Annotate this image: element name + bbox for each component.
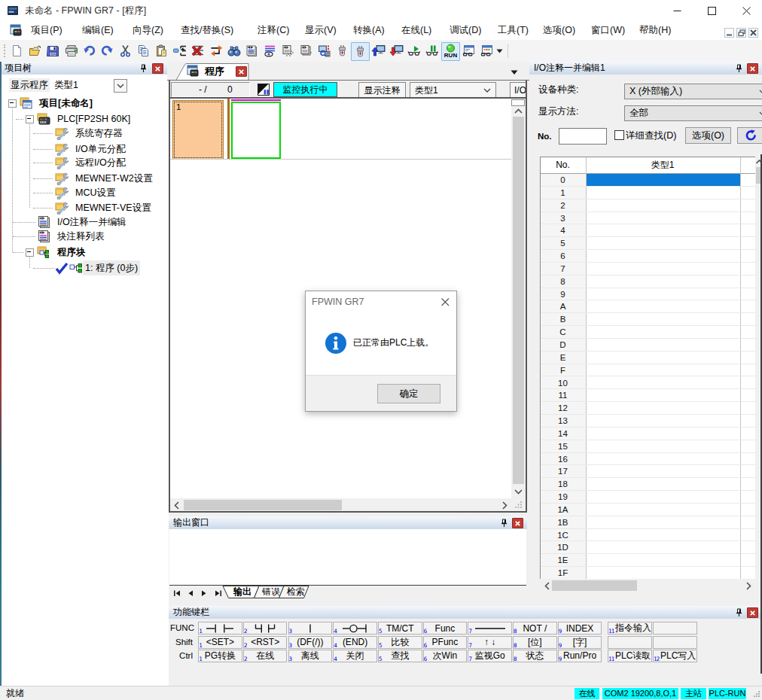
row-comment-cell[interactable] xyxy=(586,415,739,427)
ladder-hscrollbar[interactable] xyxy=(170,498,511,511)
tree-item-plc[interactable]: PLC[FP2SH 60K] xyxy=(0,111,167,126)
ladder-vscroll-thumb[interactable] xyxy=(513,117,524,484)
collapse-icon[interactable] xyxy=(8,99,17,108)
menu-project[interactable]: 项目(P) xyxy=(31,21,62,40)
table-row[interactable]: 18 xyxy=(541,478,755,491)
row-comment-cell[interactable] xyxy=(586,491,739,503)
row-comment-cell[interactable] xyxy=(586,529,739,541)
row-comment-cell[interactable] xyxy=(586,478,739,490)
row-comment-cell[interactable] xyxy=(586,516,739,528)
tree-item-label[interactable]: 程序块 xyxy=(57,245,86,260)
table-row[interactable]: 1 xyxy=(541,187,755,199)
row-comment-cell[interactable] xyxy=(586,567,739,579)
table-row[interactable]: E xyxy=(541,352,755,364)
cut-button[interactable] xyxy=(117,42,134,59)
tree-item-mewnet-ve[interactable]: MEWNET-VE设置 xyxy=(0,200,167,215)
table-row[interactable]: 7 xyxy=(541,263,755,275)
row-comment-cell[interactable] xyxy=(586,237,739,249)
tree-item-remote-io-alloc[interactable]: 远程I/O分配 xyxy=(0,155,167,170)
fkey-func-f12-empty[interactable] xyxy=(653,622,697,635)
toolbar-more-dropdown[interactable] xyxy=(494,42,504,59)
run-mode-button[interactable]: RUN xyxy=(441,42,460,61)
tree-filter-dropdown[interactable] xyxy=(114,79,127,93)
table-row[interactable]: 17 xyxy=(541,465,755,478)
table-row[interactable]: 1E xyxy=(541,554,755,567)
row-comment-cell[interactable] xyxy=(586,453,739,465)
tree-item-mewnet-w2[interactable]: MEWNET-W2设置 xyxy=(0,171,167,186)
refresh-button[interactable] xyxy=(737,127,762,144)
device-monitor-settings-button[interactable] xyxy=(315,42,333,59)
io-table-hscrollbar[interactable] xyxy=(540,579,756,592)
options-button[interactable]: 选项(O) xyxy=(685,127,731,144)
row-comment-cell[interactable] xyxy=(586,339,739,351)
row-comment-cell[interactable] xyxy=(586,326,739,338)
print-button[interactable] xyxy=(62,42,80,59)
tree-item-io-comment[interactable]: I/O注释一并编辑 xyxy=(0,215,167,230)
table-row[interactable]: 10 xyxy=(541,377,755,390)
fkey-shift-empty2[interactable] xyxy=(653,636,697,649)
insert-line-button[interactable] xyxy=(171,42,188,59)
window-close-button[interactable] xyxy=(735,0,757,21)
table-row[interactable]: 2 xyxy=(541,199,755,212)
table-row[interactable]: 11 xyxy=(541,389,755,402)
menu-help[interactable]: 帮助(H) xyxy=(639,21,671,40)
funcbar-close-button[interactable] xyxy=(747,607,758,618)
table-row[interactable]: 15 xyxy=(541,440,755,453)
table-row[interactable]: 3 xyxy=(541,212,755,225)
tree-item-io-unit-alloc[interactable]: I/O单元分配 xyxy=(0,142,167,157)
menu-comment[interactable]: 注释(C) xyxy=(258,21,289,40)
tree-item-project[interactable]: 项目[未命名] xyxy=(0,96,167,111)
tree-item-label[interactable]: I/O注释一并编辑 xyxy=(57,215,126,230)
row-comment-cell[interactable] xyxy=(586,212,739,224)
display-mode-select[interactable]: 全部 xyxy=(624,105,762,121)
tree-item-label[interactable]: MEWNET-W2设置 xyxy=(75,171,153,186)
tree-item-block-comment[interactable]: 块注释列表 xyxy=(0,229,167,244)
scroll-up-icon[interactable] xyxy=(514,108,523,114)
mdi-close-button[interactable] xyxy=(748,28,758,38)
scroll-right-icon[interactable] xyxy=(746,582,751,590)
table-row[interactable]: 1C xyxy=(541,529,755,542)
scroll-right-icon[interactable] xyxy=(502,501,507,510)
table-row[interactable]: D xyxy=(541,339,755,352)
collapse-icon[interactable] xyxy=(26,248,34,257)
row-comment-cell[interactable] xyxy=(586,428,739,440)
table-row[interactable]: 6 xyxy=(541,250,755,263)
row-comment-cell[interactable] xyxy=(586,275,739,288)
row-comment-cell[interactable] xyxy=(586,554,739,566)
menu-tools[interactable]: 工具(T) xyxy=(498,21,529,40)
detail-search-checkbox[interactable] xyxy=(614,130,624,140)
monitor-run-button[interactable] xyxy=(406,42,423,59)
selected-row-highlight[interactable] xyxy=(587,174,740,186)
ladder-hscroll-thumb[interactable] xyxy=(184,500,342,510)
toolbar-grip[interactable] xyxy=(4,44,7,57)
table-row[interactable]: A xyxy=(541,300,755,313)
row-comment-cell[interactable] xyxy=(586,541,739,553)
delete-line-button[interactable] xyxy=(189,42,206,59)
status-display-button[interactable] xyxy=(460,42,477,59)
tree-item-label[interactable]: 块注释列表 xyxy=(57,229,105,244)
open-button[interactable] xyxy=(26,42,44,59)
pin-icon[interactable] xyxy=(735,64,743,73)
io-panel-close-button[interactable] xyxy=(747,63,758,74)
offline-button[interactable] xyxy=(334,42,351,59)
menu-wizard[interactable]: 向导(Z) xyxy=(133,21,163,40)
pin-icon[interactable] xyxy=(735,608,743,617)
row-comment-cell[interactable] xyxy=(586,352,739,364)
scroll-down-icon[interactable] xyxy=(514,489,523,495)
scroll-left-icon[interactable] xyxy=(544,582,550,590)
project-tree-close-button[interactable] xyxy=(152,63,163,74)
tree-item-program-1[interactable]: 1: 程序 (0步) xyxy=(0,260,167,275)
table-row[interactable]: 13 xyxy=(541,415,755,428)
new-button[interactable] xyxy=(8,42,26,59)
tab-program-label[interactable]: 程序 xyxy=(205,62,224,81)
row-comment-cell[interactable] xyxy=(586,199,739,212)
io-comment-button[interactable]: I/O注 xyxy=(510,82,527,99)
pin-icon[interactable] xyxy=(500,519,508,528)
comment-type-select[interactable]: 类型1 xyxy=(410,82,496,99)
table-row[interactable]: 14 xyxy=(541,428,755,440)
row-comment-cell[interactable] xyxy=(586,440,739,452)
collapse-icon[interactable] xyxy=(26,115,34,123)
status-display-2-button[interactable] xyxy=(478,42,495,59)
table-row[interactable]: B xyxy=(541,313,755,326)
output-tab-output[interactable]: 输出 xyxy=(233,586,251,598)
